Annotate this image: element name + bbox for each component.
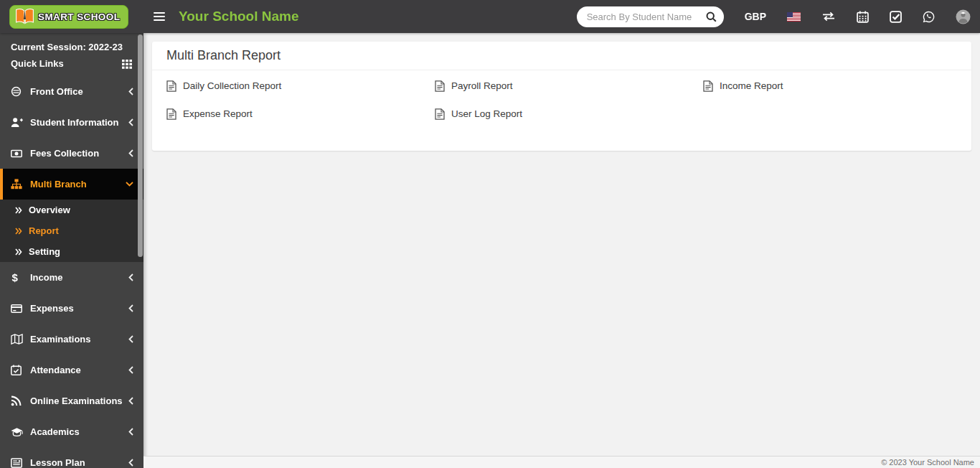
chevron-left-icon [128, 459, 133, 467]
footer-bar: © 2023 Your School Name [143, 456, 980, 468]
calendar-check-icon [11, 365, 26, 375]
report-link-label: Payroll Report [451, 80, 513, 91]
student-search-box [577, 6, 724, 27]
chevron-left-icon [128, 88, 133, 95]
document-icon [166, 80, 176, 92]
sidebar-item-label: Student Information [30, 117, 128, 128]
credit-card-icon [11, 304, 26, 314]
header-actions: GBP [577, 6, 980, 27]
submenu-item-label: Overview [29, 205, 70, 215]
sidebar-item-academics[interactable]: Academics [0, 416, 143, 447]
sidebar-item-label: Examinations [30, 334, 128, 345]
task-check-icon [890, 11, 902, 23]
sidebar-item-label: Income [30, 272, 128, 283]
report-link-label: Income Report [720, 80, 783, 91]
report-link-user-log[interactable]: User Log Report [428, 100, 696, 128]
submenu-item-label: Report [29, 225, 59, 236]
sidebar-item-label: Expenses [30, 303, 128, 314]
sidebar-item-expenses[interactable]: Expenses [0, 293, 143, 324]
sidebar-item-label: Academics [30, 426, 128, 437]
sidebar-item-attendance[interactable]: Attendance [0, 355, 143, 385]
hamburger-menu-icon[interactable] [154, 10, 165, 23]
grid-icon[interactable] [122, 60, 133, 69]
headset-icon [11, 86, 26, 97]
report-link-payroll[interactable]: Payroll Report [428, 72, 696, 100]
report-link-daily-collection[interactable]: Daily Collection Report [159, 72, 428, 100]
sidebar-item-label: Lesson Plan [30, 457, 128, 468]
search-input[interactable] [587, 11, 699, 22]
open-book-icon [15, 8, 34, 25]
quick-links-row[interactable]: Quick Links [11, 55, 133, 72]
language-flag-selector[interactable] [787, 12, 801, 22]
copyright-text: © 2023 Your School Name [881, 458, 974, 467]
sidebar-item-label: Attendance [30, 365, 128, 375]
logo-area: SMART SCHOOL [0, 0, 143, 33]
svg-text:$: $ [11, 272, 18, 284]
sidebar-item-front-office[interactable]: Front Office [0, 76, 143, 107]
sidebar-item-multi-branch[interactable]: Multi Branch [0, 169, 143, 200]
submenu-item-label: Setting [29, 246, 60, 257]
chevron-down-icon [126, 182, 133, 187]
branch-switch-button[interactable] [821, 11, 836, 22]
sidebar-item-label: Online Examinations [30, 396, 128, 406]
chevron-left-icon [128, 273, 133, 281]
document-icon [435, 108, 445, 120]
report-link-expense[interactable]: Expense Report [159, 100, 428, 128]
top-header: SMART SCHOOL Your School Name GBP [0, 0, 980, 33]
document-icon [703, 80, 713, 92]
user-avatar-icon [956, 9, 971, 24]
smart-school-logo[interactable]: SMART SCHOOL [9, 5, 128, 29]
sidebar-item-label: Multi Branch [30, 179, 126, 189]
main-content: Multi Branch Report Daily Collection Rep… [143, 33, 980, 468]
report-link-label: User Log Report [451, 108, 522, 119]
report-link-label: Expense Report [183, 108, 253, 119]
graduation-cap-icon [11, 427, 26, 437]
calendar-button[interactable] [857, 11, 869, 23]
search-icon[interactable] [706, 11, 717, 22]
quick-links-label: Quick Links [11, 55, 64, 72]
money-icon [11, 149, 26, 159]
sidebar-item-lesson-plan[interactable]: Lesson Plan [0, 447, 143, 468]
calendar-icon [857, 11, 869, 23]
chevron-left-icon [128, 366, 133, 374]
chevron-left-icon [128, 397, 133, 405]
user-profile-menu[interactable] [956, 9, 971, 24]
rss-icon [11, 396, 26, 406]
current-session-label: Current Session: 2022-23 [11, 39, 133, 55]
sitemap-icon [11, 179, 26, 189]
sidebar-item-fees-collection[interactable]: Fees Collection [0, 138, 143, 169]
session-block: Current Session: 2022-23 Quick Links [0, 33, 143, 76]
chevron-left-icon [128, 118, 133, 126]
sidebar-item-income[interactable]: $ Income [0, 262, 143, 293]
currency-selector[interactable]: GBP [745, 11, 766, 22]
chevron-left-icon [128, 428, 133, 436]
sidebar-item-label: Fees Collection [30, 148, 128, 159]
report-links-grid: Daily Collection Report Payroll Report [152, 70, 971, 151]
submenu-item-overview[interactable]: Overview [0, 200, 143, 220]
multi-branch-submenu: Overview Report Setting [0, 200, 143, 262]
chevron-left-icon [128, 304, 133, 312]
report-link-income[interactable]: Income Report [696, 72, 964, 100]
sidebar-item-student-information[interactable]: Student Information [0, 107, 143, 138]
sidebar-scrollbar[interactable] [138, 34, 143, 257]
newspaper-icon [11, 458, 26, 468]
map-icon [11, 334, 26, 345]
double-chevron-icon [15, 207, 22, 214]
report-link-label: Daily Collection Report [183, 80, 281, 91]
submenu-item-report[interactable]: Report [0, 220, 143, 241]
card-title: Multi Branch Report [152, 42, 971, 70]
sidebar-item-label: Front Office [30, 86, 128, 97]
document-icon [166, 108, 176, 120]
double-chevron-icon [15, 248, 22, 256]
logo-text: SMART SCHOOL [38, 11, 120, 22]
user-plus-icon [11, 117, 26, 128]
whatsapp-icon [923, 11, 935, 23]
chevron-left-icon [128, 335, 133, 343]
whatsapp-button[interactable] [923, 11, 935, 23]
exchange-icon [821, 11, 836, 22]
todo-tasks-button[interactable] [890, 11, 902, 23]
multi-branch-report-card: Multi Branch Report Daily Collection Rep… [152, 42, 971, 151]
submenu-item-setting[interactable]: Setting [0, 241, 143, 262]
sidebar-item-online-examinations[interactable]: Online Examinations [0, 385, 143, 416]
sidebar-item-examinations[interactable]: Examinations [0, 324, 143, 355]
